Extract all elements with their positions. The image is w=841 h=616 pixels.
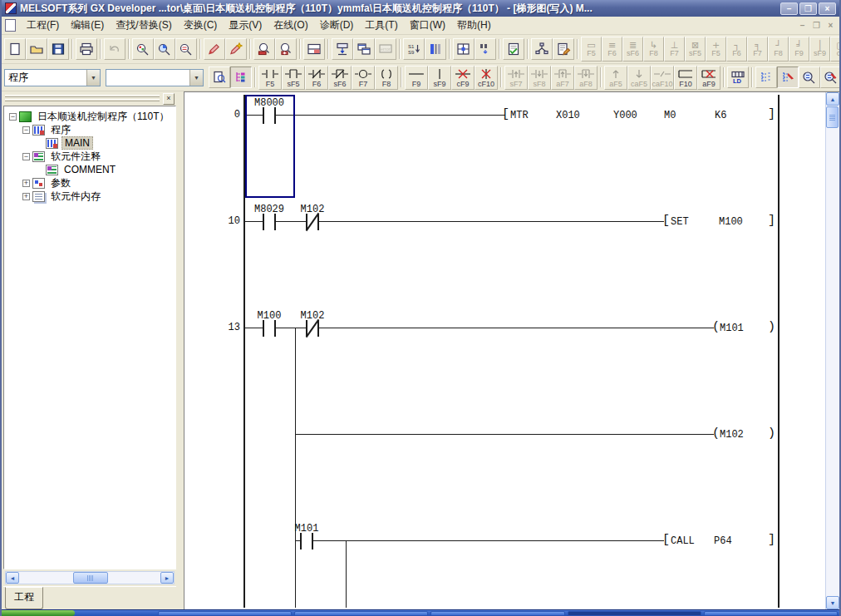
ladder-mark-add-button[interactable] [225,38,247,60]
hscroll-thumb[interactable] [73,572,108,584]
falling-pulse-parallel-button: aF8 [574,66,598,90]
ladder-view[interactable]: 0 M8000 [ MTR X010 Y000 M0 K6 ] 10 M8029… [184,91,839,609]
horizontal-line-button[interactable]: F9 [405,66,428,90]
collapse-icon[interactable]: − [9,113,17,121]
find-string-button[interactable] [175,38,197,60]
scroll-up-icon[interactable]: ▲ [826,92,839,106]
project-tree-toggle-button[interactable] [230,67,252,88]
comment-edit-button[interactable] [553,38,574,60]
vertical-line-button[interactable]: sF9 [428,66,451,90]
print-button[interactable] [76,38,97,60]
combo-arrow-icon[interactable]: ▼ [86,70,100,86]
open-contact-button[interactable]: F5 [258,66,282,90]
menu-item-7[interactable]: 工具(T) [359,16,403,35]
read-mode-button[interactable] [755,67,777,88]
step-number: 13 [210,322,240,333]
contact-M8029[interactable] [263,214,276,230]
menu-item-4[interactable]: 显示(V) [223,16,268,35]
contact-M102-nc[interactable] [306,214,319,230]
write-mode-button[interactable] [777,67,799,88]
expand-icon[interactable]: + [22,180,30,187]
open-contact-parallel-button[interactable]: sF5 [282,66,305,90]
find2-icon [157,42,172,56]
monitor-write-mode-button[interactable] [820,67,839,88]
restore-button[interactable]: ❐ [799,2,817,15]
child-minimize-button[interactable]: – [795,21,809,30]
application-instruction-button[interactable]: F8 [375,66,398,90]
taskbar-button[interactable] [158,611,292,616]
vscroll-thumb[interactable] [826,106,839,128]
tree-item[interactable]: −日本顺送机控制程序（110T） [4,110,175,123]
delete-vertical-line-button[interactable]: cF10 [475,66,498,90]
zoom-out-button[interactable] [253,38,275,60]
open-project-button[interactable] [26,38,47,60]
comment-display-button[interactable] [209,67,230,88]
menu-item-8[interactable]: 窗口(W) [404,16,451,35]
menu-item-0[interactable]: 工程(F) [21,16,65,35]
program-check-button[interactable] [503,38,524,60]
scroll-right-icon[interactable]: ► [160,572,174,584]
tree-item[interactable]: +软元件内存 [4,190,175,203]
delete-horizontal-line-button[interactable]: cF9 [451,66,475,90]
zoom-in-button[interactable] [275,38,297,60]
tree-item[interactable]: −程序 [4,123,175,136]
tree-item[interactable]: COMMENT [4,163,175,176]
device-batch-button[interactable] [453,38,475,60]
cascade-windows-button[interactable] [353,38,375,60]
save-project-button[interactable] [47,38,69,60]
scroll-left-icon[interactable]: ◄ [6,572,19,584]
tab-project[interactable]: 工程 [5,587,43,609]
taskbar-button[interactable] [704,611,838,616]
tree-item[interactable]: +参数 [4,176,175,190]
taskbar-button[interactable] [294,611,428,616]
device-combo[interactable]: ▼ [106,69,204,86]
monitor-mode-button[interactable] [799,67,820,88]
program-type-combo[interactable]: 程序 ▼ [4,69,101,86]
child-restore-button[interactable]: ❐ [809,21,824,30]
taskbar-button[interactable] [430,611,564,616]
contact-M101[interactable] [300,533,313,549]
coil-button[interactable]: F7 [352,66,375,90]
scroll-down-icon[interactable]: ▼ [826,596,839,609]
erase-line-button[interactable]: aF9 [697,66,721,90]
tree-item[interactable]: −软元件注释 [4,150,175,163]
menu-item-9[interactable]: 帮助(H) [451,16,497,35]
start-button[interactable] [2,610,75,616]
new-project-button[interactable] [4,38,26,60]
panel-grip[interactable]: × [5,93,175,106]
ladder-vscrollbar[interactable]: ▲ ▼ [825,92,839,609]
tree-hscrollbar[interactable]: ◄ ► [5,571,175,584]
closed-contact-parallel-button[interactable]: sF6 [328,66,352,90]
partial-display-button[interactable] [425,38,446,60]
combo-arrow-icon[interactable]: ▼ [189,70,203,86]
menu-item-5[interactable]: 在线(O) [268,16,313,35]
contact-M100[interactable] [263,320,276,337]
write-to-plc-button[interactable] [332,38,353,60]
ladder-mark-button[interactable] [204,38,225,60]
menu-item-2[interactable]: 查找/替换(S) [110,16,177,35]
draw-line-button[interactable]: F10 [674,66,697,90]
collapse-icon[interactable]: − [22,153,30,160]
menu-item-1[interactable]: 编辑(E) [65,16,110,35]
panel-close-button[interactable]: × [163,93,175,105]
step-display-button[interactable]: S1S9 [403,38,425,60]
macro-tree-button[interactable] [531,38,553,60]
taskbar-button-active[interactable] [568,611,701,616]
panel-splitter[interactable] [178,91,184,609]
find-device-button[interactable] [132,38,154,60]
child-close-button[interactable]: × [824,21,838,30]
minimize-button[interactable]: – [780,2,798,15]
contact-M102-nc[interactable] [306,320,319,337]
closed-contact-button[interactable]: F6 [305,66,328,90]
menu-item-6[interactable]: 诊断(D) [314,16,360,35]
tree-item[interactable]: MAIN [4,136,175,150]
line-insert-button[interactable] [475,38,496,60]
coil-label: M101 [720,323,744,334]
find-instruction-button[interactable] [154,38,175,60]
menu-item-3[interactable]: 变换(C) [178,16,224,35]
ladder-logic-test-button[interactable]: LD [727,67,749,88]
expand-icon[interactable]: + [22,193,30,200]
close-button[interactable]: × [819,2,836,15]
collapse-icon[interactable]: − [22,126,30,134]
split-window-button[interactable] [303,38,325,60]
